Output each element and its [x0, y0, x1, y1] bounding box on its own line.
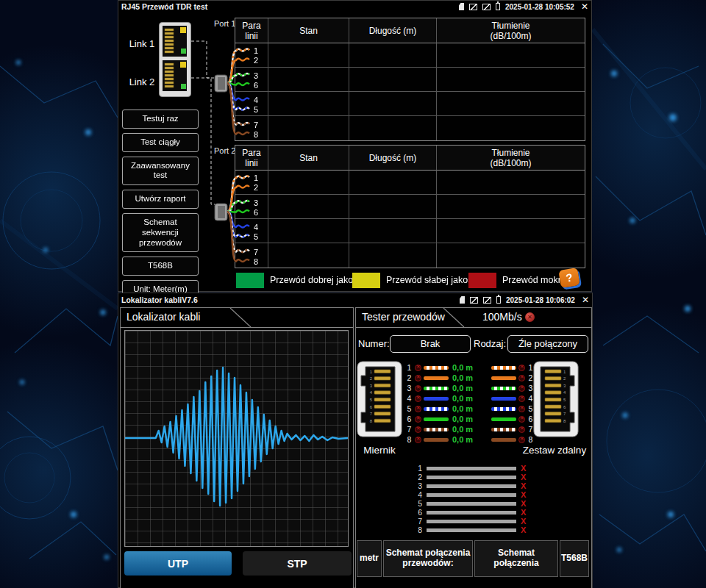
- rodzaj-value-field[interactable]: Źle połączony: [507, 335, 588, 353]
- wire-1: [424, 366, 449, 370]
- tab-slash: [229, 308, 252, 327]
- tester-wire-row: 20,0 m: [406, 373, 473, 383]
- pair-cell: [235, 243, 268, 268]
- tester-footer: metr Schemat połączenia przewodów: Schem…: [357, 540, 589, 577]
- tester-tab[interactable]: Tester przewodów 100Mb/s: [356, 308, 591, 328]
- screenshot-icon: [483, 297, 491, 304]
- tdr-test-window: RJ45 Przewód TDR test 2025-01-28 10:05:5…: [118, 0, 592, 292]
- wire-length-value: 0,0 m: [452, 373, 473, 382]
- result-cell: [437, 43, 585, 68]
- rodzaj-label: Rodzaj:: [474, 338, 506, 349]
- link1-led-yellow: [180, 27, 186, 33]
- stp-button[interactable]: STP: [243, 551, 352, 576]
- result-cell: [437, 92, 585, 116]
- remote-wire-rows: 12345678: [491, 362, 534, 445]
- id-type-row: Numer: Brak Rodzaj: Źle połączony: [356, 335, 591, 353]
- waveform-trace: [125, 368, 348, 506]
- wiremap-line: [427, 502, 516, 506]
- titlebar: RJ45 Przewód TDR test 2025-01-28 10:05:5…: [118, 1, 591, 12]
- wire-sequence-scheme-button[interactable]: Schemat sekwencji przewodów: [122, 213, 199, 252]
- create-report-button[interactable]: Utwórz raport: [122, 190, 199, 209]
- result-cell: [349, 243, 437, 268]
- tab-slash: [443, 308, 465, 327]
- result-cell: [349, 195, 437, 219]
- wiremap-number: 6: [415, 508, 422, 517]
- wiremap-fail-mark: X: [521, 508, 526, 517]
- wire-length-value: 0,0 m: [452, 435, 473, 444]
- fail-x-icon: [518, 437, 525, 443]
- wire-map: 1X2X3X4X5X6X7X8X: [415, 464, 526, 534]
- test-once-button[interactable]: Testuj raz: [122, 110, 199, 129]
- continuous-test-button[interactable]: Test ciągły: [122, 133, 199, 152]
- link2-label: Link 2: [126, 76, 158, 87]
- numer-value-field[interactable]: Brak: [390, 335, 471, 353]
- column-header: Tłumienie (dB/100m): [437, 18, 585, 43]
- port2-label: Port 2: [214, 146, 235, 155]
- wiremap-number: 1: [415, 464, 422, 473]
- wiremap-line: [427, 528, 516, 532]
- pair-cell: [235, 92, 268, 116]
- tester-tab-label: Tester przewodów: [362, 311, 445, 323]
- tester-wire-row: 10,0 m: [406, 362, 473, 373]
- locator-panel: Lokalizator kabli UTP STP: [120, 307, 354, 588]
- unit-cell[interactable]: metr: [357, 540, 382, 577]
- wire-3: [491, 387, 516, 390]
- link2-led-yellow: [180, 62, 186, 68]
- window-title: RJ45 Przewód TDR test: [121, 2, 207, 11]
- wiremap-number: 8: [415, 526, 422, 534]
- tester-wire-row: 3: [491, 383, 534, 393]
- wiremap-fail-mark: X: [521, 490, 526, 499]
- window-title: Lokalizator kabliV7.6: [121, 295, 198, 304]
- result-cell: [437, 171, 585, 195]
- close-icon[interactable]: ✕: [581, 1, 588, 12]
- connection-scheme-cell[interactable]: Schemat połączenia: [474, 540, 558, 577]
- fail-x-icon: [415, 416, 421, 423]
- wiremap-fail-mark: X: [521, 526, 526, 534]
- pair-cell: [235, 219, 268, 243]
- wire-6: [424, 417, 449, 421]
- advanced-test-button[interactable]: Zaawansowany test: [122, 157, 199, 186]
- help-icon[interactable]: ?: [558, 268, 580, 288]
- tester-wire-row: 5: [491, 404, 534, 414]
- wire-8: [424, 438, 449, 442]
- tester-wire-row: 8: [491, 434, 534, 445]
- wiremap-row: 1X: [415, 464, 526, 473]
- cable-locator-window: Lokalizator kabliV7.6 2025-01-28 10:06:0…: [118, 293, 593, 588]
- result-cell: [268, 171, 349, 195]
- wiremap-number: 3: [415, 481, 422, 490]
- wiremap-fail-mark: X: [521, 499, 526, 508]
- tester-wire-row: 7: [491, 424, 534, 434]
- battery-icon: [496, 296, 501, 304]
- wiremap-line: [427, 484, 516, 488]
- result-cell: [437, 68, 585, 92]
- link-speed: 100Mb/s: [482, 311, 522, 323]
- result-cell: [349, 68, 437, 92]
- wire-number: 6: [406, 415, 413, 423]
- t568b-cell[interactable]: T568B: [560, 540, 589, 577]
- pair-cell: [235, 68, 268, 92]
- fail-x-icon: [415, 426, 421, 433]
- tester-wire-row: 70,0 m: [406, 424, 473, 434]
- tester-wire-row: 2: [491, 373, 534, 383]
- result-cell: [268, 43, 349, 68]
- wiremap-row: 5X: [415, 499, 526, 508]
- locator-tab-label: Lokalizator kabli: [126, 311, 200, 323]
- wiremap-row: 3X: [415, 481, 526, 490]
- wire-4: [491, 397, 516, 401]
- tdr-waveform-chart: [124, 330, 349, 547]
- tester-wire-row: 1: [491, 362, 534, 373]
- local-connector-label: Miernik: [357, 445, 402, 456]
- titlebar: Lokalizator kabliV7.6 2025-01-28 10:06:0…: [118, 293, 592, 306]
- fail-x-icon: [518, 375, 525, 381]
- close-icon[interactable]: ✕: [582, 295, 589, 305]
- fail-x-icon: [415, 395, 421, 402]
- local-connector-graphic: 12345678: [357, 361, 402, 437]
- legend-swatch-good: [236, 273, 264, 288]
- remote-connector-label: Zestaw zdalny: [518, 445, 591, 456]
- column-header: Para linii: [235, 146, 268, 171]
- legend-swatch-wet: [468, 273, 496, 288]
- tester-wire-row: 40,0 m: [406, 393, 473, 404]
- locator-tab[interactable]: Lokalizator kabli: [121, 308, 353, 328]
- port1-label: Port 1: [214, 19, 235, 28]
- utp-button[interactable]: UTP: [124, 551, 232, 576]
